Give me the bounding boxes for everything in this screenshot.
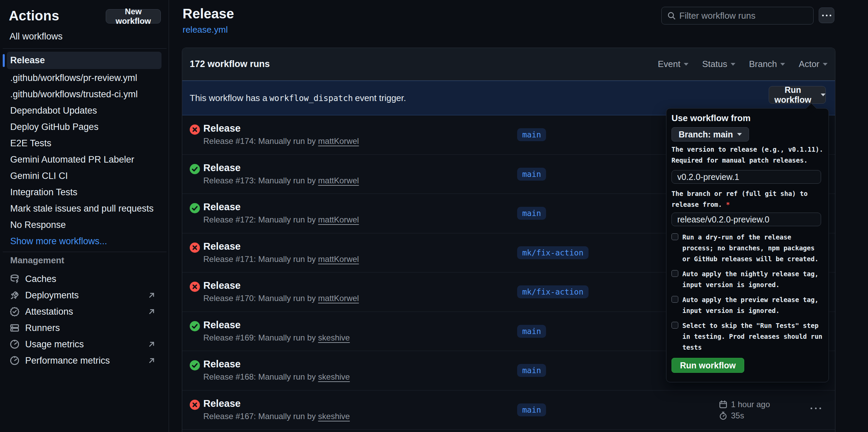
sidebar-workflow-label: .github/workflows/trusted-ci.yml: [10, 89, 138, 100]
actor-link[interactable]: mattKorwel: [318, 254, 359, 264]
run-status-icon: [190, 164, 200, 174]
branch-chip[interactable]: main: [517, 403, 546, 416]
run-title-link[interactable]: Release: [203, 162, 241, 173]
sidebar-workflow-item[interactable]: Show more workflows...: [0, 233, 169, 249]
sidebar-workflow-item[interactable]: Mark stale issues and pull requests: [0, 200, 169, 217]
runs-card-header: 172 workflow runs Event Status Branch Ac…: [182, 48, 835, 81]
run-options-kebab-button[interactable]: [811, 408, 821, 409]
branch-chip[interactable]: main: [517, 364, 546, 377]
sidebar-workflow-item[interactable]: .github/workflows/trusted-ci.yml: [0, 86, 169, 102]
filter-label: Event: [658, 59, 681, 69]
panel-checkbox-row[interactable]: Run a dry-run of the release process; no…: [671, 232, 825, 264]
chevron-down-icon: [823, 63, 828, 66]
run-title-link[interactable]: Release: [203, 398, 241, 409]
sidebar-divider: [3, 48, 167, 49]
workflow-options-kebab-button[interactable]: [819, 7, 834, 23]
panel-checkbox-row[interactable]: Auto apply the preview release tag, inpu…: [671, 294, 825, 316]
new-workflow-button[interactable]: New workflow: [106, 9, 161, 23]
checkbox[interactable]: [671, 270, 678, 277]
sidebar-workflow-item[interactable]: Deploy GitHub Pages: [0, 119, 169, 135]
filter-dropdown[interactable]: Branch: [749, 59, 785, 69]
run-duration: 35s: [719, 410, 770, 421]
actor-link[interactable]: skeshive: [318, 333, 350, 342]
branch-chip[interactable]: main: [517, 325, 546, 338]
sidebar-workflow-item[interactable]: No Response: [0, 217, 169, 233]
version-input[interactable]: [671, 170, 821, 184]
sidebar-item-usage-metrics[interactable]: Usage metrics: [0, 336, 169, 352]
sidebar-item-label: Attestations: [25, 306, 73, 317]
actor-link[interactable]: skeshive: [318, 412, 350, 421]
run-title-link[interactable]: Release: [203, 241, 241, 252]
actor-link[interactable]: mattKorwel: [318, 136, 359, 146]
run-title-link[interactable]: Release: [203, 123, 241, 134]
branch-chip[interactable]: main: [517, 128, 546, 141]
sidebar-workflow-item[interactable]: Dependabot Updates: [0, 102, 169, 119]
actor-link[interactable]: mattKorwel: [318, 294, 359, 303]
filter-workflow-runs-search[interactable]: [661, 7, 814, 24]
branch-chip[interactable]: main: [517, 207, 546, 220]
page-title: Release: [183, 6, 234, 21]
run-workflow-submit-button[interactable]: Run workflow: [671, 358, 744, 373]
external-link-icon: [147, 291, 156, 300]
stopwatch-icon: [719, 411, 728, 420]
actor-link[interactable]: mattKorwel: [318, 215, 359, 224]
external-link-icon: [147, 356, 156, 365]
sidebar-workflow-item[interactable]: Integration Tests: [0, 184, 169, 200]
run-description: Release #169: Manually run by skeshive: [203, 333, 350, 343]
run-description: Release #172: Manually run by mattKorwel: [203, 215, 359, 225]
run-workflow-dropdown-button[interactable]: Run workflow: [769, 86, 826, 104]
sidebar-item-attestations[interactable]: Attestations: [0, 303, 169, 320]
checkbox-label: Run a dry-run of the release process; no…: [682, 232, 824, 264]
run-title-link[interactable]: Release: [203, 201, 241, 213]
filter-dropdown[interactable]: Status: [702, 59, 735, 69]
sidebar-item-label: Usage metrics: [25, 339, 84, 350]
panel-title: Use workflow from: [671, 113, 751, 123]
branch-chip[interactable]: mk/fix-action: [517, 285, 589, 298]
branch-chip[interactable]: main: [517, 168, 546, 181]
ref-input[interactable]: [671, 213, 821, 226]
checkbox[interactable]: [671, 233, 678, 240]
run-status-icon: [190, 321, 200, 331]
runs-count: 172 workflow runs: [190, 59, 270, 69]
panel-checkbox-row[interactable]: Auto apply the nightly release tag, inpu…: [671, 268, 825, 290]
server-icon: [10, 322, 20, 333]
sidebar-workflow-item[interactable]: Gemini Automated PR Labeler: [0, 151, 169, 168]
sidebar-workflow-item[interactable]: .github/workflows/pr-review.yml: [0, 70, 169, 86]
required-asterisk: *: [726, 201, 730, 208]
checkbox[interactable]: [671, 296, 678, 303]
run-status-icon: [190, 124, 200, 135]
sidebar-workflow-item[interactable]: E2E Tests: [0, 135, 169, 151]
filter-dropdown[interactable]: Actor: [799, 59, 828, 69]
search-input[interactable]: [679, 11, 798, 21]
sidebar-item-performance-metrics[interactable]: Performance metrics: [0, 352, 169, 369]
workflow-run-row[interactable]: Release Release #167: Manually run by sk…: [182, 391, 835, 430]
run-description: Release #171: Manually run by mattKorwel: [203, 254, 359, 264]
sidebar-divider: [3, 252, 167, 252]
run-title-link[interactable]: Release: [203, 319, 241, 331]
run-title-link[interactable]: Release: [203, 280, 241, 291]
sidebar-workflow-label: Deploy GitHub Pages: [10, 122, 99, 132]
run-meta: 1 hour ago 35s: [719, 399, 770, 421]
sidebar-workflow-item[interactable]: Release: [0, 51, 169, 70]
all-workflows-link[interactable]: All workflows: [10, 31, 63, 42]
branch-selector-button[interactable]: Branch: main: [671, 127, 749, 142]
checkbox[interactable]: [671, 322, 678, 329]
chevron-down-icon: [737, 133, 742, 136]
rocket-icon: [10, 290, 20, 301]
actions-sidebar: Actions New workflow All workflows Relea…: [0, 0, 169, 432]
workflow-file-link[interactable]: release.yml: [183, 24, 228, 35]
sidebar-item-runners[interactable]: Runners: [0, 320, 169, 336]
workflow-list: Release .github/workflows/pr-review.yml …: [0, 51, 169, 249]
sidebar-workflow-item[interactable]: Gemini CLI CI: [0, 168, 169, 184]
panel-checkbox-row[interactable]: Select to skip the "Run Tests" step in t…: [671, 320, 825, 353]
branch-chip[interactable]: mk/fix-action: [517, 246, 589, 259]
sidebar-item-caches[interactable]: Caches: [0, 271, 169, 287]
filter-dropdown[interactable]: Event: [658, 59, 689, 69]
run-time: 1 hour ago: [719, 399, 770, 410]
actor-link[interactable]: skeshive: [318, 372, 350, 381]
kebab-icon: [822, 15, 824, 16]
actor-link[interactable]: mattKorwel: [318, 176, 359, 185]
sidebar-item-deployments[interactable]: Deployments: [0, 287, 169, 303]
chevron-down-icon: [731, 63, 735, 66]
run-title-link[interactable]: Release: [203, 359, 241, 370]
